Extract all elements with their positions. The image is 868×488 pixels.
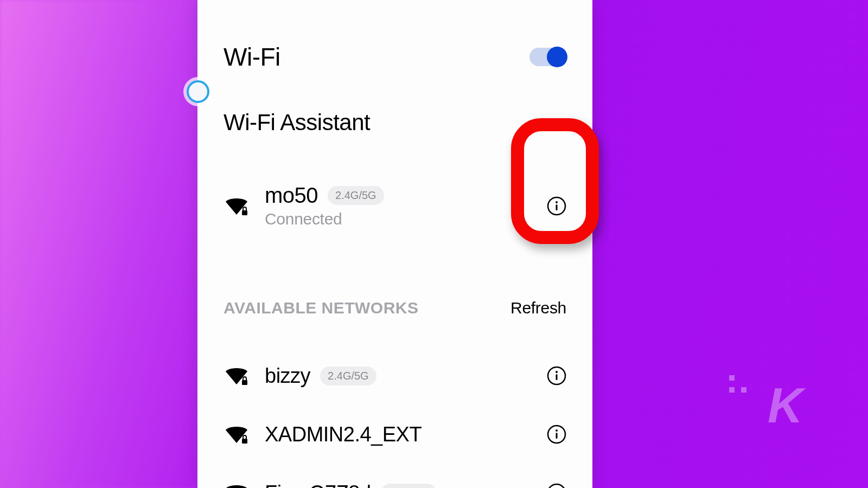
available-networks-header: AVAILABLE NETWORKS Refresh: [224, 228, 566, 317]
wifi-assistant-row[interactable]: Wi-Fi Assistant: [224, 72, 566, 136]
connected-network-band-badge: 2.4G/5G: [328, 186, 384, 205]
available-networks-list: bizzy 2.4G/5G: [224, 317, 566, 488]
watermark-dots-icon: [726, 373, 750, 397]
available-networks-label: AVAILABLE NETWORKS: [224, 299, 419, 317]
network-info-button[interactable]: [547, 483, 566, 488]
svg-rect-4: [242, 380, 247, 385]
network-row[interactable]: Fios-Q7Z8d 2.4G/5G: [224, 464, 566, 488]
connected-network-text: mo50 2.4G/5G Connected: [265, 183, 384, 228]
watermark-letter: K: [768, 378, 797, 434]
wifi-signal-locked-icon: [224, 365, 250, 387]
refresh-button[interactable]: Refresh: [510, 299, 566, 317]
network-info-button[interactable]: [547, 366, 566, 386]
svg-rect-7: [556, 374, 558, 380]
connected-network-row[interactable]: mo50 2.4G/5G Connected: [224, 136, 566, 228]
svg-rect-0: [242, 210, 247, 215]
toggle-knob: [547, 47, 567, 67]
network-row[interactable]: bizzy 2.4G/5G: [224, 346, 566, 405]
background: Wi-Fi Wi-Fi Assistant mo50 2.4G/5G: [0, 0, 868, 488]
wifi-settings-panel: Wi-Fi Wi-Fi Assistant mo50 2.4G/5G: [197, 0, 592, 488]
connected-network-info-button[interactable]: [547, 196, 566, 216]
connected-network-status: Connected: [265, 210, 384, 228]
cursor-ring-icon: [187, 80, 209, 103]
network-ssid: Fios-Q7Z8d: [265, 481, 371, 489]
network-band-badge: 2.4G/5G: [381, 484, 437, 489]
svg-point-2: [556, 201, 558, 203]
wifi-title: Wi-Fi: [224, 42, 280, 72]
info-icon: [547, 196, 566, 216]
wifi-signal-locked-icon: [224, 195, 250, 217]
info-icon: [547, 425, 566, 444]
wifi-header-row: Wi-Fi: [224, 0, 566, 72]
network-band-badge: 2.4G/5G: [320, 367, 376, 386]
info-icon: [547, 483, 566, 488]
wifi-toggle[interactable]: [529, 48, 566, 66]
wifi-assistant-title: Wi-Fi Assistant: [224, 110, 566, 136]
svg-rect-8: [242, 439, 247, 444]
info-icon: [547, 366, 566, 386]
svg-point-6: [556, 371, 558, 373]
wifi-signal-locked-icon: [224, 423, 250, 445]
network-ssid: bizzy: [265, 364, 310, 388]
svg-rect-3: [556, 204, 558, 210]
background-gradient-left: [0, 0, 197, 488]
svg-point-10: [556, 429, 558, 432]
connected-network-ssid: mo50: [265, 183, 318, 208]
svg-point-13: [548, 484, 565, 488]
svg-rect-11: [556, 433, 558, 439]
wifi-signal-locked-icon: [224, 482, 250, 488]
network-row[interactable]: XADMIN2.4_EXT: [224, 405, 566, 464]
network-info-button[interactable]: [547, 425, 566, 444]
network-ssid: XADMIN2.4_EXT: [265, 423, 422, 446]
